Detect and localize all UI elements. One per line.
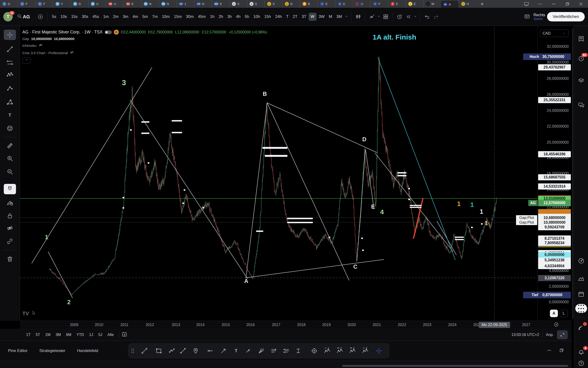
tool-forecast[interactable]	[4, 83, 16, 93]
draw-tool-line[interactable]	[179, 347, 186, 354]
price-tick: 28,00000000	[547, 76, 569, 81]
draw-tool-pattern-AE[interactable]: AE	[361, 347, 369, 355]
draw-tool-pin[interactable]	[192, 347, 199, 354]
axis-settings-icon[interactable]	[553, 322, 559, 329]
range-YTD[interactable]: YTD	[74, 331, 87, 338]
arrow-icon	[220, 347, 227, 354]
tool-zoomout[interactable]	[4, 166, 16, 177]
plot-price-badge: 5,34951238	[538, 257, 571, 263]
draw-tool-pattern-WZ[interactable]: WZ	[349, 347, 356, 355]
tool-trash[interactable]	[4, 254, 16, 264]
tool-text[interactable]: T	[4, 110, 16, 120]
draw-tool-arrow[interactable]	[220, 347, 227, 354]
range-1J[interactable]: 1J	[87, 331, 96, 338]
pattern-WZ-icon: WZ	[349, 347, 356, 355]
adjust-button[interactable]	[557, 330, 568, 339]
symbol-title[interactable]: AG · First Majestic Silver Corp. · 1W · …	[22, 30, 103, 35]
plot-area[interactable]: 1A alt. Finish312ABCDE41111	[20, 27, 537, 320]
eye-off-icon[interactable]	[70, 50, 74, 55]
sidebar-streams-button[interactable]	[578, 324, 585, 331]
tool-pencillock[interactable]	[4, 198, 16, 208]
go-to-date-icon[interactable]	[121, 331, 127, 338]
ohlc-values: O12,44000000H12,79000000L12,08000000C12,…	[121, 30, 267, 34]
sidebar-bell-button[interactable]: 4	[578, 348, 585, 355]
horizontal-scrollbar[interactable]	[342, 365, 568, 367]
current-price-badge: 12,57000000	[538, 200, 571, 206]
interval-badge[interactable]: D	[114, 30, 119, 35]
tool-xabcd[interactable]	[4, 69, 16, 80]
sidebar-layers-button[interactable]	[578, 77, 585, 84]
draw-tool-zigzag[interactable]	[169, 347, 176, 354]
range-1M[interactable]: 1M	[43, 331, 53, 338]
scale-scrollbar[interactable]	[572, 28, 573, 319]
price-tick: 20,00000000	[547, 140, 569, 145]
panel-tab-0[interactable]: Pine Editor	[4, 346, 31, 356]
sidebar-gauge-button[interactable]	[578, 257, 585, 264]
panel-tab-2[interactable]: Handelsfeld	[73, 346, 102, 356]
ruler-icon	[6, 142, 13, 149]
svg-text:B: B	[263, 91, 267, 97]
draw-tool-hmarker[interactable]	[207, 347, 214, 354]
auto-scale-label[interactable]: Anp.	[546, 333, 554, 337]
line-icon	[179, 347, 186, 354]
draw-tool-target[interactable]	[311, 347, 318, 354]
draw-tool-ibeam[interactable]	[295, 347, 302, 354]
tool-trend[interactable]	[4, 44, 16, 54]
year-label: 2021	[373, 323, 381, 327]
sidebar-watchlist-button[interactable]	[578, 35, 585, 42]
tool-shape[interactable]	[4, 97, 16, 107]
rect-icon	[155, 347, 162, 354]
price-tick: 4,00000000	[549, 269, 569, 273]
log-mode-button[interactable]: L	[560, 310, 568, 317]
tool-fib[interactable]	[4, 57, 16, 68]
panel-maximize-button[interactable]	[558, 347, 564, 354]
eye-off-icon[interactable]	[38, 43, 43, 48]
draw-tool-grip[interactable]	[129, 347, 136, 354]
tv-logo: TV	[22, 311, 29, 317]
collapse-legend-button[interactable]: ⌃	[22, 57, 31, 64]
draw-tool-pattern-AC[interactable]: AC	[323, 347, 331, 355]
sidebar-ideas-button[interactable]	[578, 275, 585, 282]
indicator-ichimoku-label[interactable]: Ichimoku	[22, 44, 36, 47]
tool-ruler[interactable]	[4, 141, 16, 151]
draw-tool-rect[interactable]	[155, 347, 162, 354]
tool-zoomin[interactable]	[4, 153, 16, 164]
tool-magnet[interactable]	[4, 184, 16, 194]
gap-indicator-label[interactable]: Gap	[22, 37, 29, 41]
sidebar-chat-button[interactable]	[578, 101, 585, 109]
panel-minimize-button[interactable]	[546, 347, 552, 354]
range-1T[interactable]: 1T	[24, 331, 33, 338]
panel-tab-1[interactable]: Strategietester	[35, 346, 69, 356]
draw-tool-steps2[interactable]	[283, 347, 290, 354]
indicator-croc-label[interactable]: Croc 3.0 Chart - Professional	[22, 51, 68, 55]
range-6M[interactable]: 6M	[63, 331, 74, 338]
tool-emoji[interactable]	[4, 123, 16, 133]
sidebar-help-button[interactable]: ?	[578, 360, 585, 367]
visibility-toggle[interactable]	[105, 30, 112, 34]
draw-tool-fan[interactable]	[258, 347, 265, 354]
draw-tool-steps[interactable]	[270, 347, 277, 354]
range-3M[interactable]: 3M	[53, 331, 63, 338]
draw-tool-text[interactable]: T	[233, 347, 240, 354]
range-5T[interactable]: 5T	[33, 331, 43, 338]
svg-text:C: C	[353, 263, 357, 270]
auto-mode-button[interactable]: A	[550, 310, 558, 317]
tool-eyeoff[interactable]	[4, 223, 16, 233]
draw-tool-trend[interactable]	[141, 347, 148, 354]
tool-crosshair[interactable]	[4, 30, 16, 40]
price-scale[interactable]: 32,0000000030,0000000028,0000000026,0000…	[537, 26, 571, 321]
range-Alle[interactable]: Alle	[105, 331, 116, 338]
sidebar-alerts-button[interactable]: 62	[578, 55, 585, 62]
clock[interactable]: 13:03:16 UTC+2	[511, 333, 539, 337]
tool-link[interactable]	[4, 236, 16, 247]
range-5J[interactable]: 5J	[96, 331, 105, 338]
draw-tool-arrowmark[interactable]	[244, 347, 251, 354]
panel-window-controls	[546, 347, 564, 354]
sidebar-calendar-button[interactable]	[578, 291, 585, 298]
draw-tool-crosshair[interactable]	[375, 347, 382, 354]
currency-select[interactable]: CAD	[540, 30, 569, 37]
apps-menu-button[interactable]	[575, 304, 587, 313]
tool-lock[interactable]	[4, 211, 16, 221]
time-axis[interactable]: 2009201020112012201320142015201620172018…	[20, 321, 571, 329]
draw-tool-pattern-WY[interactable]: WY	[336, 347, 344, 355]
